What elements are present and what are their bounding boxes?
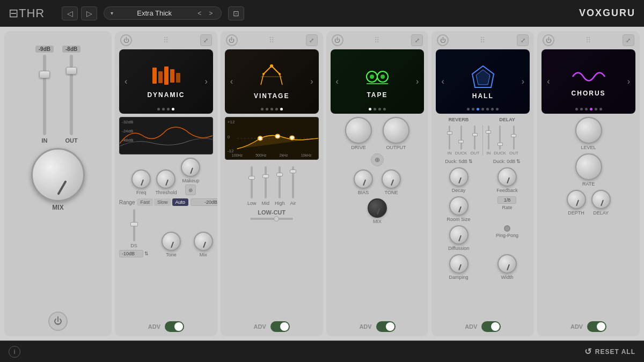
- vintage-dot-2[interactable]: [270, 108, 273, 110]
- speed-auto-btn[interactable]: Auto: [172, 198, 189, 206]
- delay-out-handle[interactable]: [511, 134, 516, 137]
- chorus-power-icon[interactable]: ⏻: [543, 34, 554, 46]
- chorus-dot-2[interactable]: [585, 108, 588, 110]
- dynamic-dot-0[interactable]: [157, 108, 160, 110]
- chorus-delay-knob[interactable]: [591, 190, 611, 209]
- chorus-dot-3[interactable]: [590, 108, 592, 110]
- hall-expand-button[interactable]: ⤢: [517, 34, 529, 46]
- vintage-dot-3[interactable]: [275, 108, 278, 110]
- dynamic-dot-3[interactable]: [172, 108, 174, 110]
- tape-dot-1[interactable]: [374, 108, 376, 110]
- drive-knob[interactable]: [345, 117, 372, 144]
- tape-prev-arrow[interactable]: ‹: [334, 75, 341, 88]
- chorus-drag-handle[interactable]: ⠿: [586, 36, 591, 45]
- dynamic-drag-handle[interactable]: ⠿: [163, 36, 169, 45]
- dynamic-expand-button[interactable]: ⤢: [200, 34, 212, 46]
- hall-display[interactable]: ‹ HALL ›: [436, 49, 530, 114]
- chorus-dot-0[interactable]: [575, 108, 578, 110]
- reverb-duck-handle[interactable]: [458, 140, 464, 143]
- speed-slow-btn[interactable]: Slow: [154, 198, 171, 206]
- hall-dot-0[interactable]: [467, 108, 470, 110]
- tape-next-arrow[interactable]: ›: [414, 75, 421, 88]
- ds-fader-handle[interactable]: [130, 222, 138, 226]
- hall-dot-6[interactable]: [496, 108, 499, 110]
- rate-input[interactable]: [497, 196, 516, 204]
- info-button[interactable]: i: [9, 346, 20, 358]
- delay-in-handle[interactable]: [486, 130, 491, 134]
- vintage-display[interactable]: ‹ VINTAGE: [225, 49, 319, 114]
- tape-mix-knob[interactable]: [368, 198, 387, 218]
- chorus-next-arrow[interactable]: ›: [625, 75, 632, 88]
- duck-reverb-stepper[interactable]: ⇅: [469, 159, 473, 164]
- level-knob[interactable]: [575, 117, 602, 144]
- dynamic-power-icon[interactable]: ⏻: [120, 34, 132, 46]
- low-cut-slider[interactable]: [250, 218, 293, 220]
- hall-prev-arrow[interactable]: ‹: [439, 75, 446, 88]
- hall-drag-handle[interactable]: ⠿: [480, 36, 486, 45]
- dynamic-next-arrow[interactable]: ›: [202, 75, 209, 88]
- reverb-out-handle[interactable]: [472, 133, 478, 136]
- freq-knob[interactable]: [131, 169, 151, 189]
- tape-drag-handle[interactable]: ⠿: [374, 36, 380, 45]
- chorus-display[interactable]: ‹ CHORUS ›: [541, 49, 635, 114]
- feedback-knob[interactable]: [497, 167, 517, 187]
- hall-dot-3[interactable]: [481, 108, 484, 110]
- threshold-knob[interactable]: [156, 169, 175, 189]
- width-knob[interactable]: [497, 254, 517, 274]
- dynamic-tone-knob[interactable]: [162, 232, 181, 251]
- bias-knob[interactable]: [354, 169, 373, 189]
- hall-adv-toggle[interactable]: [481, 321, 501, 332]
- dynamic-display[interactable]: ‹ DYNAMIC ›: [119, 49, 213, 114]
- ping-pong-toggle[interactable]: [504, 225, 510, 232]
- save-button[interactable]: ⊡: [228, 6, 244, 20]
- range-value-input[interactable]: [191, 198, 217, 206]
- dynamic-dot-2[interactable]: [167, 108, 170, 110]
- hall-dot-5[interactable]: [491, 108, 494, 110]
- tape-expand-button[interactable]: ⤢: [411, 34, 423, 46]
- back-button[interactable]: ◁: [62, 6, 78, 20]
- mid-fader-handle[interactable]: [262, 174, 269, 178]
- vintage-drag-handle[interactable]: ⠿: [269, 36, 275, 45]
- ds-range-stepper[interactable]: ⇅: [144, 251, 149, 256]
- chorus-expand-button[interactable]: ⤢: [623, 34, 634, 46]
- chorus-rate-knob[interactable]: [575, 153, 602, 180]
- preset-next-button[interactable]: >: [207, 10, 215, 17]
- ds-range-input[interactable]: [119, 250, 143, 257]
- hall-dot-2[interactable]: [477, 108, 479, 110]
- vintage-power-icon[interactable]: ⏻: [226, 34, 238, 46]
- decay-knob[interactable]: [449, 167, 469, 187]
- dynamic-prev-arrow[interactable]: ‹: [122, 75, 129, 88]
- chorus-dot-5[interactable]: [599, 108, 602, 110]
- dynamic-adv-toggle[interactable]: [165, 321, 184, 332]
- chorus-prev-arrow[interactable]: ‹: [545, 75, 552, 88]
- preset-selector[interactable]: ▾ Extra Thick < >: [104, 6, 222, 20]
- vintage-dot-0[interactable]: [261, 108, 264, 110]
- reset-all-button[interactable]: ↺ RESET ALL: [584, 346, 635, 357]
- diffusion-knob[interactable]: [449, 225, 469, 245]
- tape-power-icon[interactable]: ⏻: [332, 34, 343, 46]
- preset-prev-button[interactable]: <: [195, 10, 203, 17]
- hall-power-icon[interactable]: ⏻: [437, 34, 449, 46]
- delay-duck-handle[interactable]: [497, 143, 503, 146]
- mix-knob[interactable]: [31, 148, 85, 202]
- dynamic-dot-1[interactable]: [162, 108, 165, 110]
- out-fader-handle[interactable]: [66, 67, 77, 75]
- chorus-adv-toggle[interactable]: [587, 321, 606, 332]
- tape-dot-3[interactable]: [383, 108, 386, 110]
- duck-delay-stepper[interactable]: ⇅: [516, 159, 521, 164]
- vintage-next-arrow[interactable]: ›: [308, 75, 315, 88]
- high-fader-handle[interactable]: [276, 173, 283, 176]
- vintage-adv-toggle[interactable]: [270, 321, 290, 332]
- chorus-dot-4[interactable]: [595, 108, 597, 110]
- room-size-knob[interactable]: [449, 196, 469, 216]
- vintage-expand-button[interactable]: ⤢: [306, 34, 318, 46]
- hall-dot-1[interactable]: [472, 108, 474, 110]
- hall-dot-4[interactable]: [486, 108, 489, 110]
- depth-knob[interactable]: [567, 190, 586, 209]
- dynamic-mix-knob[interactable]: [194, 232, 213, 251]
- makeup-link-button[interactable]: ⊕: [185, 184, 196, 195]
- vintage-prev-arrow[interactable]: ‹: [228, 75, 235, 88]
- low-cut-handle[interactable]: [274, 216, 279, 221]
- reverb-in-handle[interactable]: [447, 131, 452, 135]
- air-fader-handle[interactable]: [290, 169, 296, 173]
